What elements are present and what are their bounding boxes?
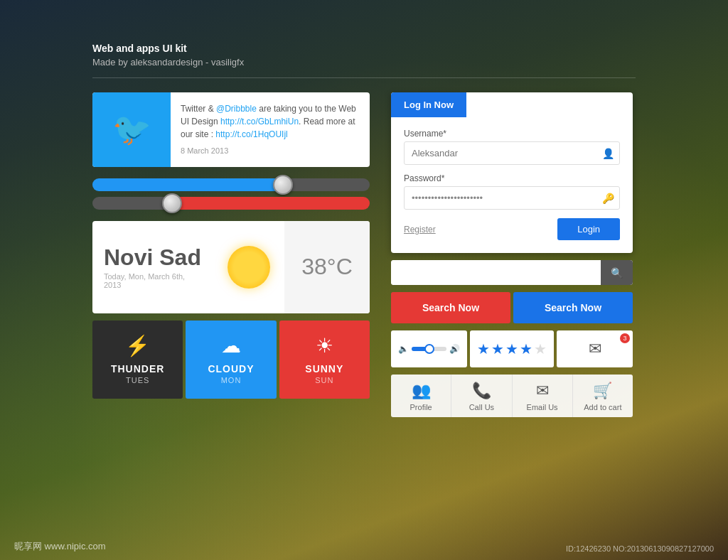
twitter-bird-icon: 🐦	[112, 111, 151, 148]
red-slider-thumb[interactable]	[162, 193, 182, 213]
city-name: Novi Sad	[104, 244, 202, 271]
weather-tile-thunder[interactable]: ⚡ THUNDER TUES	[92, 321, 183, 399]
thunder-label: THUNDER	[111, 363, 164, 375]
page-title: Web and apps UI kit	[92, 43, 636, 54]
star-3: ★	[505, 340, 518, 357]
weather-card: Novi Sad Today, Mon, March 6th, 2013 38°…	[92, 221, 370, 313]
watermark-right: ID:12426230 NO:20130613090827127000	[566, 544, 714, 553]
twitter-body: Twitter & @Dribbble are taking you to th…	[181, 104, 356, 139]
mail-icon: ✉	[589, 340, 601, 358]
thunder-icon: ⚡	[125, 334, 150, 357]
call-us-button[interactable]: 📞 Call Us	[451, 375, 512, 417]
cart-icon: 🛒	[593, 382, 612, 400]
twitter-link-2[interactable]: http://t.co/1HqOUIjl	[215, 129, 287, 139]
profile-icon: 👥	[412, 382, 431, 400]
profile-button[interactable]: 👥 Profile	[391, 375, 451, 417]
login-body: Username* 👤 Password* 🔑 Register Login	[391, 117, 633, 253]
email-icon: ✉	[536, 382, 549, 400]
search-icon-button[interactable]: 🔍	[601, 260, 633, 285]
cloudy-label: CLOUDY	[208, 363, 254, 375]
star-1: ★	[477, 340, 490, 357]
star-5: ★	[534, 340, 547, 357]
login-box: Log In Now Username* 👤 Password* 🔑 Regis…	[391, 92, 633, 253]
speaker-high-icon: 🔊	[449, 344, 460, 354]
sun-icon	[228, 246, 270, 289]
email-us-label: Email Us	[527, 403, 558, 411]
weather-right: 38°C	[284, 221, 370, 313]
username-input[interactable]	[404, 141, 620, 165]
call-us-label: Call Us	[469, 403, 494, 411]
login-footer: Register Login	[404, 218, 620, 240]
sunny-icon: ☀	[316, 334, 333, 357]
stars-display: ★ ★ ★ ★ ★	[477, 340, 547, 357]
stars-widget[interactable]: ★ ★ ★ ★ ★	[470, 330, 554, 367]
weather-tile-sunny[interactable]: ☀ SUNNY SUN	[279, 321, 370, 399]
weather-tile-cloudy[interactable]: ☁ CLOUDY MON	[186, 321, 276, 399]
volume-widget: 🔈 🔊	[391, 330, 467, 367]
search-buttons-row: Search Now Search Now	[391, 292, 633, 323]
blue-slider-thumb[interactable]	[273, 175, 293, 195]
star-4: ★	[520, 340, 532, 357]
star-2: ★	[491, 340, 504, 357]
register-link[interactable]: Register	[404, 225, 436, 235]
username-input-wrap: 👤	[404, 141, 620, 165]
search-now-blue-button[interactable]: Search Now	[513, 292, 633, 323]
weather-tiles: ⚡ THUNDER TUES ☁ CLOUDY MON ☀ SUNNY SUN	[92, 321, 370, 399]
password-label: Password*	[404, 173, 620, 183]
page-subtitle: Made by aleksandardesign - vasiligfx	[92, 57, 636, 78]
temperature: 38°C	[301, 254, 353, 280]
thunder-day: TUES	[126, 376, 149, 384]
twitter-logo-bg: 🐦	[92, 92, 171, 167]
sunny-label: SUNNY	[305, 363, 343, 375]
mail-widget[interactable]: ✉ 3	[557, 330, 633, 367]
speaker-low-icon: 🔈	[398, 344, 409, 354]
search-bar: 🔍	[391, 260, 633, 285]
twitter-card: 🐦 Twitter & @Dribbble are taking you to …	[92, 92, 370, 167]
user-icon: 👤	[602, 148, 614, 159]
icon-buttons-row: 👥 Profile 📞 Call Us ✉ Email Us 🛒 Add to …	[391, 375, 633, 417]
add-to-cart-button[interactable]: 🛒 Add to cart	[573, 375, 633, 417]
red-slider-track[interactable]	[92, 197, 370, 210]
volume-track[interactable]	[412, 347, 446, 351]
widgets-row: 🔈 🔊 ★ ★ ★ ★ ★	[391, 330, 633, 367]
sunny-day: SUN	[315, 376, 333, 384]
password-input-wrap: 🔑	[404, 186, 620, 210]
cloudy-day: MON	[221, 376, 242, 384]
weather-center	[213, 221, 284, 313]
mail-badge: 3	[620, 333, 630, 343]
volume-thumb[interactable]	[424, 344, 434, 354]
phone-icon: 📞	[472, 382, 491, 400]
left-column: 🐦 Twitter & @Dribbble are taking you to …	[92, 92, 370, 417]
lock-icon: 🔑	[602, 193, 614, 204]
twitter-link-dribbble[interactable]: @Dribbble	[216, 104, 257, 114]
volume-slider[interactable]: 🔈 🔊	[398, 344, 460, 354]
twitter-text-area: Twitter & @Dribbble are taking you to th…	[171, 92, 370, 167]
watermark-left: 昵享网 www.nipic.com	[14, 540, 106, 553]
twitter-link-1[interactable]: http://t.co/GbLmhiUn	[220, 117, 299, 126]
add-to-cart-label: Add to cart	[584, 403, 621, 411]
cloud-icon: ☁	[221, 334, 241, 357]
search-input[interactable]	[391, 260, 601, 285]
weather-left: Novi Sad Today, Mon, March 6th, 2013	[92, 221, 213, 313]
search-now-red-button[interactable]: Search Now	[391, 292, 510, 323]
username-label: Username*	[404, 129, 620, 139]
login-tab: Log In Now	[391, 92, 466, 117]
login-button[interactable]: Login	[557, 218, 620, 240]
profile-label: Profile	[410, 403, 432, 411]
sliders-area	[92, 174, 370, 214]
password-input[interactable]	[404, 186, 620, 210]
blue-slider-track[interactable]	[92, 178, 370, 191]
weather-date: Today, Mon, March 6th, 2013	[104, 272, 202, 289]
twitter-date: 8 March 2013	[181, 145, 360, 157]
right-column: Log In Now Username* 👤 Password* 🔑 Regis…	[391, 92, 633, 417]
email-us-button[interactable]: ✉ Email Us	[513, 375, 573, 417]
